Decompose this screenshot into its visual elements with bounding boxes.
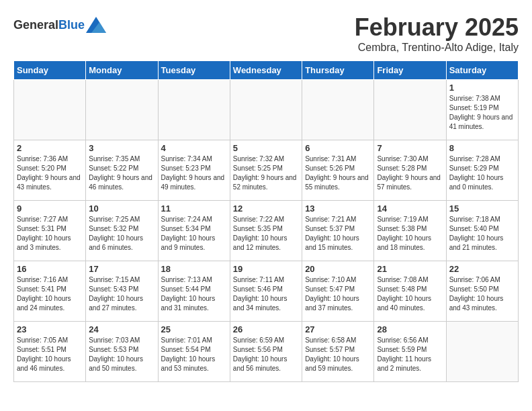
day-info: Sunrise: 7:15 AM Sunset: 5:43 PM Dayligh… xyxy=(89,275,154,313)
logo: GeneralBlue xyxy=(13,17,106,33)
calendar-cell: 2Sunrise: 7:36 AM Sunset: 5:20 PM Daylig… xyxy=(14,140,86,201)
day-info: Sunrise: 7:03 AM Sunset: 5:53 PM Dayligh… xyxy=(89,336,154,373)
day-number: 17 xyxy=(89,264,154,274)
calendar-cell: 18Sunrise: 7:13 AM Sunset: 5:44 PM Dayli… xyxy=(158,261,230,322)
calendar-cell: 3Sunrise: 7:35 AM Sunset: 5:22 PM Daylig… xyxy=(86,140,158,201)
calendar-cell: 13Sunrise: 7:21 AM Sunset: 5:37 PM Dayli… xyxy=(302,201,374,261)
day-number: 10 xyxy=(89,203,154,214)
calendar-cell: 14Sunrise: 7:19 AM Sunset: 5:38 PM Dayli… xyxy=(374,201,446,261)
calendar-cell: 26Sunrise: 6:59 AM Sunset: 5:56 PM Dayli… xyxy=(230,322,302,382)
calendar-cell xyxy=(14,80,86,140)
day-info: Sunrise: 7:10 AM Sunset: 5:47 PM Dayligh… xyxy=(305,275,371,313)
day-number: 28 xyxy=(377,324,443,334)
day-number: 4 xyxy=(161,143,227,153)
day-number: 6 xyxy=(305,143,371,153)
calendar-cell: 1Sunrise: 7:38 AM Sunset: 5:19 PM Daylig… xyxy=(446,80,518,140)
logo-general: General xyxy=(13,18,58,32)
day-info: Sunrise: 7:01 AM Sunset: 5:54 PM Dayligh… xyxy=(161,336,227,373)
day-info: Sunrise: 6:58 AM Sunset: 5:57 PM Dayligh… xyxy=(305,336,371,373)
day-number: 20 xyxy=(305,264,371,274)
day-number: 5 xyxy=(233,143,299,153)
day-header-wednesday: Wednesday xyxy=(230,61,302,80)
calendar-header-row: SundayMondayTuesdayWednesdayThursdayFrid… xyxy=(14,61,519,80)
day-info: Sunrise: 7:32 AM Sunset: 5:25 PM Dayligh… xyxy=(233,154,299,192)
calendar-cell: 7Sunrise: 7:30 AM Sunset: 5:28 PM Daylig… xyxy=(374,140,446,201)
day-number: 15 xyxy=(449,203,515,214)
calendar-table: SundayMondayTuesdayWednesdayThursdayFrid… xyxy=(13,60,519,382)
day-info: Sunrise: 7:06 AM Sunset: 5:50 PM Dayligh… xyxy=(449,275,515,313)
day-number: 18 xyxy=(161,264,227,274)
day-info: Sunrise: 7:38 AM Sunset: 5:19 PM Dayligh… xyxy=(449,94,515,132)
day-info: Sunrise: 7:28 AM Sunset: 5:29 PM Dayligh… xyxy=(449,154,515,192)
logo-blue: Blue xyxy=(58,18,85,32)
day-number: 9 xyxy=(17,203,83,214)
calendar-cell: 12Sunrise: 7:22 AM Sunset: 5:35 PM Dayli… xyxy=(230,201,302,261)
day-number: 12 xyxy=(233,203,299,214)
day-info: Sunrise: 7:08 AM Sunset: 5:48 PM Dayligh… xyxy=(377,275,443,313)
calendar-cell: 23Sunrise: 7:05 AM Sunset: 5:51 PM Dayli… xyxy=(14,322,86,382)
day-number: 26 xyxy=(233,324,299,334)
calendar-cell: 28Sunrise: 6:56 AM Sunset: 5:59 PM Dayli… xyxy=(374,322,446,382)
day-header-thursday: Thursday xyxy=(302,61,374,80)
day-number: 21 xyxy=(377,264,443,274)
week-row-4: 16Sunrise: 7:16 AM Sunset: 5:41 PM Dayli… xyxy=(14,261,519,322)
day-number: 24 xyxy=(89,324,154,334)
day-number: 11 xyxy=(161,203,227,214)
calendar-cell: 21Sunrise: 7:08 AM Sunset: 5:48 PM Dayli… xyxy=(374,261,446,322)
day-number: 2 xyxy=(17,143,83,153)
day-info: Sunrise: 7:19 AM Sunset: 5:38 PM Dayligh… xyxy=(377,215,443,253)
calendar-cell xyxy=(158,80,230,140)
day-header-friday: Friday xyxy=(374,61,446,80)
day-info: Sunrise: 7:11 AM Sunset: 5:46 PM Dayligh… xyxy=(233,275,299,313)
day-number: 3 xyxy=(89,143,154,153)
calendar-cell: 10Sunrise: 7:25 AM Sunset: 5:32 PM Dayli… xyxy=(86,201,158,261)
calendar-cell: 27Sunrise: 6:58 AM Sunset: 5:57 PM Dayli… xyxy=(302,322,374,382)
day-info: Sunrise: 7:21 AM Sunset: 5:37 PM Dayligh… xyxy=(305,215,371,253)
calendar-cell: 6Sunrise: 7:31 AM Sunset: 5:26 PM Daylig… xyxy=(302,140,374,201)
day-info: Sunrise: 7:18 AM Sunset: 5:40 PM Dayligh… xyxy=(449,215,515,253)
day-info: Sunrise: 6:59 AM Sunset: 5:56 PM Dayligh… xyxy=(233,336,299,373)
day-number: 25 xyxy=(161,324,227,334)
calendar-cell: 22Sunrise: 7:06 AM Sunset: 5:50 PM Dayli… xyxy=(446,261,518,322)
day-info: Sunrise: 7:24 AM Sunset: 5:34 PM Dayligh… xyxy=(161,215,227,253)
calendar-cell: 19Sunrise: 7:11 AM Sunset: 5:46 PM Dayli… xyxy=(230,261,302,322)
location-subtitle: Cembra, Trentino-Alto Adige, Italy xyxy=(355,42,519,54)
day-number: 19 xyxy=(233,264,299,274)
day-info: Sunrise: 6:56 AM Sunset: 5:59 PM Dayligh… xyxy=(377,336,443,373)
calendar-cell xyxy=(374,80,446,140)
week-row-1: 1Sunrise: 7:38 AM Sunset: 5:19 PM Daylig… xyxy=(14,80,519,140)
header: GeneralBlue February 2025 Cembra, Trenti… xyxy=(13,13,519,54)
calendar-cell xyxy=(230,80,302,140)
calendar-cell xyxy=(302,80,374,140)
calendar-cell: 20Sunrise: 7:10 AM Sunset: 5:47 PM Dayli… xyxy=(302,261,374,322)
day-info: Sunrise: 7:36 AM Sunset: 5:20 PM Dayligh… xyxy=(17,154,83,192)
day-header-tuesday: Tuesday xyxy=(158,61,230,80)
logo-icon xyxy=(86,17,106,33)
day-number: 1 xyxy=(449,83,515,93)
month-title: February 2025 xyxy=(355,13,519,42)
day-info: Sunrise: 7:05 AM Sunset: 5:51 PM Dayligh… xyxy=(17,336,83,373)
day-info: Sunrise: 7:35 AM Sunset: 5:22 PM Dayligh… xyxy=(89,154,154,192)
day-number: 23 xyxy=(17,324,83,334)
calendar-cell: 9Sunrise: 7:27 AM Sunset: 5:31 PM Daylig… xyxy=(14,201,86,261)
calendar-cell: 15Sunrise: 7:18 AM Sunset: 5:40 PM Dayli… xyxy=(446,201,518,261)
day-info: Sunrise: 7:13 AM Sunset: 5:44 PM Dayligh… xyxy=(161,275,227,313)
week-row-3: 9Sunrise: 7:27 AM Sunset: 5:31 PM Daylig… xyxy=(14,201,519,261)
day-number: 14 xyxy=(377,203,443,214)
calendar-cell: 4Sunrise: 7:34 AM Sunset: 5:23 PM Daylig… xyxy=(158,140,230,201)
day-info: Sunrise: 7:27 AM Sunset: 5:31 PM Dayligh… xyxy=(17,215,83,253)
day-number: 7 xyxy=(377,143,443,153)
calendar-cell: 11Sunrise: 7:24 AM Sunset: 5:34 PM Dayli… xyxy=(158,201,230,261)
calendar-cell: 16Sunrise: 7:16 AM Sunset: 5:41 PM Dayli… xyxy=(14,261,86,322)
title-area: February 2025 Cembra, Trentino-Alto Adig… xyxy=(355,13,519,54)
day-info: Sunrise: 7:34 AM Sunset: 5:23 PM Dayligh… xyxy=(161,154,227,192)
calendar-cell xyxy=(446,322,518,382)
calendar-cell: 5Sunrise: 7:32 AM Sunset: 5:25 PM Daylig… xyxy=(230,140,302,201)
calendar-cell: 17Sunrise: 7:15 AM Sunset: 5:43 PM Dayli… xyxy=(86,261,158,322)
day-info: Sunrise: 7:30 AM Sunset: 5:28 PM Dayligh… xyxy=(377,154,443,192)
day-number: 8 xyxy=(449,143,515,153)
day-number: 27 xyxy=(305,324,371,334)
calendar-cell: 24Sunrise: 7:03 AM Sunset: 5:53 PM Dayli… xyxy=(86,322,158,382)
day-header-sunday: Sunday xyxy=(14,61,86,80)
day-info: Sunrise: 7:25 AM Sunset: 5:32 PM Dayligh… xyxy=(89,215,154,253)
